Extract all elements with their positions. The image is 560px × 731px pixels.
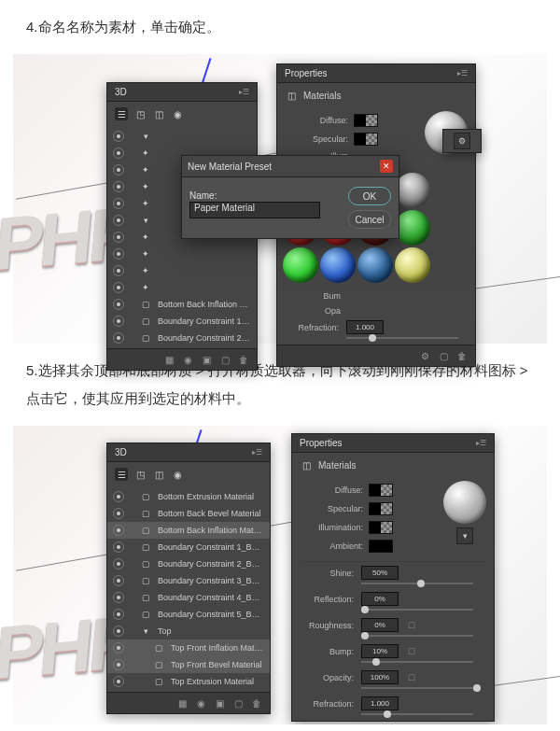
3d-list-item[interactable]: ✦ bbox=[107, 246, 257, 262]
visibility-toggle-icon[interactable] bbox=[113, 131, 124, 142]
gear-icon[interactable]: ⚙ bbox=[419, 350, 430, 361]
3d-list-item[interactable]: ▢Bottom Extrusion Material bbox=[107, 488, 270, 505]
3d-list-item[interactable]: ▢Boundary Constraint 1_Bott... bbox=[107, 313, 257, 330]
visibility-toggle-icon[interactable] bbox=[113, 215, 124, 226]
specular-swatch[interactable] bbox=[354, 133, 378, 146]
3d-list-item[interactable]: ▢Boundary Constraint 4_Bott... bbox=[107, 589, 270, 606]
material-ball[interactable] bbox=[395, 210, 430, 246]
panel-menu-icon[interactable]: ▸☰ bbox=[239, 88, 249, 96]
render-icon[interactable]: ▦ bbox=[163, 354, 175, 365]
visibility-toggle-icon[interactable] bbox=[113, 332, 124, 344]
slider-extra-icon[interactable] bbox=[406, 568, 417, 579]
material-preview-icon[interactable] bbox=[443, 481, 486, 524]
camera-icon[interactable]: ▣ bbox=[201, 354, 212, 365]
trash-icon[interactable]: 🗑 bbox=[251, 697, 262, 709]
3d-list-item[interactable]: ▢Bottom Back Inflation Mate... bbox=[107, 522, 270, 539]
visibility-toggle-icon[interactable] bbox=[113, 642, 124, 654]
material-ball[interactable] bbox=[395, 247, 430, 283]
diffuse-swatch[interactable] bbox=[354, 114, 378, 127]
new-icon[interactable]: ▢ bbox=[438, 350, 449, 361]
visibility-toggle-icon[interactable] bbox=[113, 541, 124, 553]
3d-list-item[interactable]: ▢Boundary Constraint 5_Bott... bbox=[107, 606, 270, 623]
visibility-toggle-icon[interactable] bbox=[113, 299, 124, 310]
3d-list-item[interactable]: ▢Boundary Constraint 2_Bott... bbox=[107, 330, 257, 346]
3d-list-item[interactable]: ✦ bbox=[107, 279, 257, 296]
visibility-toggle-icon[interactable] bbox=[113, 248, 124, 260]
3d-list-item[interactable]: ▢Boundary Constraint 2_Bott... bbox=[107, 555, 270, 572]
3d-list-item[interactable]: ▢Bottom Back Inflation Mate... bbox=[107, 296, 257, 313]
3d-list-item[interactable]: ▢Bottom Back Bevel Material bbox=[107, 505, 270, 522]
filter-all-icon[interactable]: ☰ bbox=[115, 468, 128, 481]
property-slider[interactable]: Reflection:0% bbox=[292, 590, 494, 616]
filter-scene-icon[interactable]: ◳ bbox=[133, 107, 147, 120]
cancel-button[interactable]: Cancel bbox=[348, 210, 391, 229]
property-slider[interactable]: Bump:10%☐ bbox=[292, 642, 494, 668]
filter-scene-icon[interactable]: ◳ bbox=[133, 468, 147, 481]
camera-icon[interactable]: ▣ bbox=[214, 697, 225, 709]
new-icon[interactable]: ▢ bbox=[219, 354, 231, 365]
slider-value[interactable]: 0% bbox=[361, 618, 399, 632]
visibility-toggle-icon[interactable] bbox=[113, 198, 124, 209]
visibility-toggle-icon[interactable] bbox=[113, 525, 124, 536]
panel-3d-list[interactable]: ▢Bottom Extrusion Material▢Bottom Back B… bbox=[107, 486, 270, 692]
visibility-toggle-icon[interactable] bbox=[113, 164, 124, 176]
render-icon[interactable]: ▦ bbox=[176, 697, 188, 709]
property-slider[interactable]: Roughness:0%☐ bbox=[292, 616, 494, 642]
3d-list-item[interactable]: ▢Boundary Constraint 3_Bott... bbox=[107, 572, 270, 589]
name-input[interactable]: Paper Material bbox=[189, 202, 320, 218]
slider-value[interactable]: 1.000 bbox=[361, 696, 399, 710]
filter-all-icon[interactable]: ☰ bbox=[115, 107, 128, 120]
visibility-toggle-icon[interactable] bbox=[113, 626, 124, 637]
trash-icon[interactable]: 🗑 bbox=[238, 354, 249, 365]
material-ball[interactable] bbox=[395, 173, 430, 208]
panel-3d-title[interactable]: 3D▸☰ bbox=[107, 83, 257, 102]
material-ball[interactable] bbox=[320, 247, 356, 283]
panel-menu-icon[interactable]: ▸☰ bbox=[252, 448, 262, 457]
slider-value[interactable]: 100% bbox=[361, 670, 399, 684]
light-icon[interactable]: ◉ bbox=[182, 354, 193, 365]
dialog-new-material-preset[interactable]: New Material Preset ✕ Name: Paper Materi… bbox=[181, 155, 399, 239]
gear-icon[interactable]: ⚙ bbox=[454, 133, 470, 149]
panel-properties-title[interactable]: Properties▸☰ bbox=[277, 64, 475, 83]
filter-mesh-icon[interactable]: ◫ bbox=[152, 107, 165, 120]
visibility-toggle-icon[interactable] bbox=[113, 181, 124, 192]
illum-swatch[interactable] bbox=[369, 521, 393, 534]
visibility-toggle-icon[interactable] bbox=[113, 265, 124, 276]
slider-value[interactable]: 10% bbox=[361, 644, 399, 658]
panel-3d[interactable]: 3D▸☰ ☰ ◳ ◫ ◉ ▢Bottom Extrusion Material▢… bbox=[106, 443, 271, 714]
visibility-toggle-icon[interactable] bbox=[113, 508, 124, 519]
refraction-slider[interactable]: Refraction:1.000 bbox=[277, 318, 475, 344]
slider-value[interactable]: 0% bbox=[361, 592, 399, 606]
filter-light-icon[interactable]: ◉ bbox=[171, 468, 184, 481]
3d-list-item[interactable]: ▢Top Extrusion Material bbox=[107, 673, 270, 690]
new-icon[interactable]: ▢ bbox=[232, 697, 244, 709]
visibility-toggle-icon[interactable] bbox=[113, 558, 124, 569]
material-picker-flyout[interactable]: ⚙ bbox=[442, 129, 482, 153]
3d-list-item[interactable]: ▾ bbox=[107, 128, 257, 145]
3d-list-item[interactable]: ▢Top Front Inflation Material bbox=[107, 640, 270, 656]
visibility-toggle-icon[interactable] bbox=[113, 575, 124, 586]
visibility-toggle-icon[interactable] bbox=[113, 232, 124, 243]
panel-menu-icon[interactable]: ▸☰ bbox=[476, 439, 486, 447]
ambient-swatch[interactable] bbox=[369, 540, 393, 553]
panel-menu-icon[interactable]: ▸☰ bbox=[457, 69, 468, 77]
ok-button[interactable]: OK bbox=[348, 187, 391, 205]
light-icon[interactable]: ◉ bbox=[195, 697, 206, 709]
slider-extra-icon[interactable] bbox=[406, 594, 417, 605]
3d-list-item[interactable]: ▾Top bbox=[107, 623, 270, 640]
filter-mesh-icon[interactable]: ◫ bbox=[152, 468, 165, 481]
material-ball[interactable] bbox=[357, 247, 393, 283]
property-slider[interactable]: Refraction:1.000 bbox=[292, 695, 494, 721]
close-icon[interactable]: ✕ bbox=[380, 160, 393, 173]
panel-properties-title[interactable]: Properties▸☰ bbox=[292, 434, 494, 453]
3d-list-item[interactable]: ✦ bbox=[107, 262, 257, 279]
slider-extra-icon[interactable] bbox=[406, 698, 417, 710]
material-ball[interactable] bbox=[283, 247, 318, 283]
slider-extra-icon[interactable]: ☐ bbox=[406, 672, 417, 683]
3d-list-item[interactable]: ▢Boundary Constraint 1_Bott... bbox=[107, 539, 270, 555]
property-slider[interactable]: Shine:50% bbox=[292, 564, 494, 590]
visibility-toggle-icon[interactable] bbox=[113, 609, 124, 620]
visibility-toggle-icon[interactable] bbox=[113, 282, 124, 293]
dialog-titlebar[interactable]: New Material Preset ✕ bbox=[182, 156, 399, 177]
specular-swatch[interactable] bbox=[369, 502, 393, 515]
